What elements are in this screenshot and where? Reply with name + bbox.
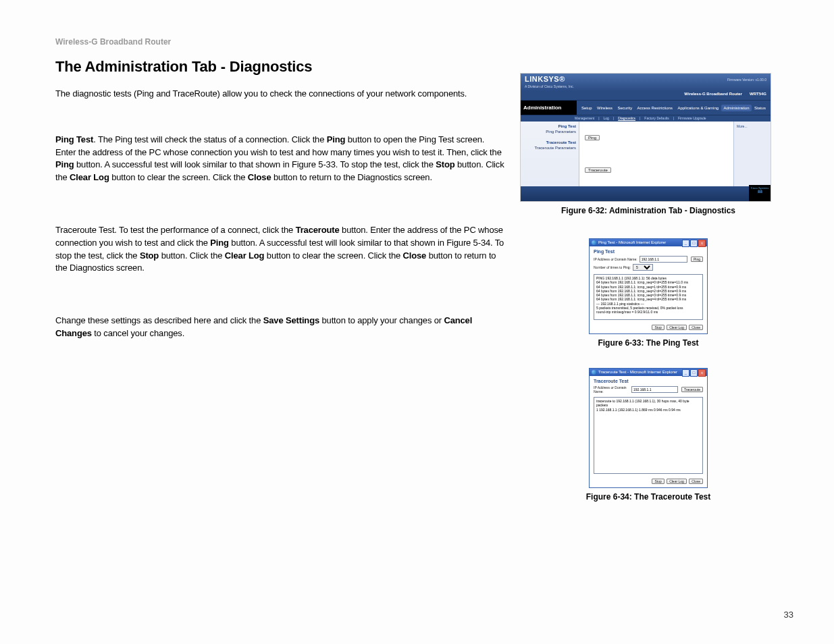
intro-paragraph: The diagnostic tests (Ping and TraceRout… — [55, 88, 504, 101]
ping-window-title: Ping Test - Microsoft Internet Explorer … — [590, 239, 707, 246]
ping-run-button[interactable]: Ping — [691, 257, 703, 262]
sidebar-traceroute-test: Traceroute Test — [523, 140, 576, 144]
router-product-title: Wireless-G Broadband Router — [684, 92, 742, 96]
sidebar-traceroute-parameters: Traceroute Parameters — [523, 146, 576, 150]
trace-heading: Traceroute Test — [590, 376, 707, 385]
fig-admin-diagnostics: LINKSYS® A Division of Cisco Systems, In… — [520, 73, 771, 202]
ie-icon — [592, 370, 596, 375]
help-more-link[interactable]: More... — [737, 124, 748, 128]
fig1-caption: Figure 6-32: Administration Tab - Diagno… — [520, 206, 777, 215]
trace-clearlog-button[interactable]: Clear Log — [667, 479, 687, 484]
close-icon[interactable]: x — [698, 369, 706, 377]
sidebar-ping-parameters: Ping Parameters — [523, 130, 576, 134]
tab-wireless[interactable]: Wireless — [595, 105, 615, 111]
ping-output: PING 192.168.1.1 (192.168.1.1): 56 data … — [594, 274, 703, 320]
main-column: The Administration Tab - Diagnostics The… — [55, 58, 504, 367]
router-ping-button[interactable]: Ping — [585, 135, 600, 140]
fig2-caption: Figure 6-33: The Ping Test — [520, 338, 777, 348]
save-paragraph: Change these settings as described here … — [55, 302, 504, 340]
trace-ip-label: IP Address or Domain Name: — [594, 385, 629, 394]
fig3-caption: Figure 6-34: The Traceroute Test — [520, 492, 777, 502]
firmware-version: Firmware Version: v1.00.0 — [727, 78, 766, 82]
router-sidebar: Ping Test Ping Parameters Traceroute Tes… — [521, 122, 579, 186]
router-main-panel: Ping Traceroute — [579, 122, 733, 186]
router-subnav: Management | Log | Diagnostics | Factory… — [521, 115, 771, 122]
minimize-icon[interactable]: _ — [682, 369, 689, 377]
tab-security[interactable]: Security — [616, 105, 635, 111]
router-brand-bar: LINKSYS® A Division of Cisco Systems, In… — [521, 74, 771, 91]
ping-count-label: Number of times to Ping: — [594, 265, 631, 269]
ping-label: Ping Test — [55, 134, 93, 144]
tab-setup[interactable]: Setup — [579, 105, 594, 111]
subnav-firmware-upgrade[interactable]: Firmware Upgrade — [678, 116, 706, 120]
running-header: Wireless-G Broadband Router — [55, 37, 171, 47]
ping-ip-input[interactable] — [640, 256, 687, 263]
figures-column: LINKSYS® A Division of Cisco Systems, In… — [520, 73, 777, 502]
page-number: 33 — [784, 610, 793, 620]
maximize-icon[interactable]: □ — [690, 369, 698, 377]
tab-status[interactable]: Status — [752, 105, 768, 111]
close-icon[interactable]: x — [698, 240, 706, 247]
router-traceroute-button[interactable]: Traceroute — [585, 167, 611, 173]
trace-window-title: Traceroute Test - Microsoft Internet Exp… — [590, 369, 707, 376]
ping-close-button[interactable]: Close — [689, 325, 703, 330]
trace-output: traceroute to 192.168.1.1 (192.168.1.1),… — [594, 397, 703, 474]
ping-paragraph: Ping Test. The Ping test will check the … — [55, 121, 504, 184]
router-nav-row: Administration Setup Wireless Security A… — [521, 101, 771, 115]
linksys-logo: LINKSYS® — [525, 75, 565, 83]
page-title: The Administration Tab - Diagnostics — [55, 58, 504, 76]
router-footer: Cisco Systems ılıılı — [521, 186, 771, 201]
trace-stop-button[interactable]: Stop — [652, 479, 664, 484]
fig-traceroute-popup: Traceroute Test - Microsoft Internet Exp… — [589, 368, 708, 488]
router-section-label: Administration — [521, 101, 577, 115]
subnav-log[interactable]: Log — [604, 116, 609, 120]
minimize-icon[interactable]: _ — [682, 240, 689, 247]
ie-icon — [592, 240, 596, 245]
ping-heading: Ping Test — [590, 246, 707, 255]
trace-run-button[interactable]: Traceroute — [681, 387, 703, 392]
trace-close-button[interactable]: Close — [689, 479, 703, 484]
subnav-diagnostics[interactable]: Diagnostics — [618, 116, 635, 120]
subnav-management[interactable]: Management — [575, 116, 594, 120]
tab-access-restrictions[interactable]: Access Restrictions — [635, 105, 675, 111]
router-model: WRT54G — [750, 92, 766, 96]
ping-clearlog-button[interactable]: Clear Log — [667, 325, 687, 330]
router-title-bar: Wireless-G Broadband Router WRT54G — [521, 91, 771, 101]
cisco-logo: Cisco Systems ılıılı — [749, 185, 771, 201]
linksys-subtitle: A Division of Cisco Systems, Inc. — [525, 84, 574, 88]
ping-count-select[interactable]: 5 — [633, 264, 653, 271]
subnav-factory-defaults[interactable]: Factory Defaults — [644, 116, 669, 120]
router-tabs: Setup Wireless Security Access Restricti… — [577, 101, 771, 115]
ping-ip-label: IP Address or Domain Name: — [594, 257, 637, 261]
router-help-panel: More... — [733, 122, 771, 186]
traceroute-paragraph: Traceroute Test. To test the performance… — [55, 211, 504, 275]
tab-applications-gaming[interactable]: Applications & Gaming — [675, 105, 721, 111]
trace-ip-input[interactable] — [631, 386, 678, 393]
ping-stop-button[interactable]: Stop — [652, 325, 664, 330]
fig-ping-popup: Ping Test - Microsoft Internet Explorer … — [589, 238, 708, 334]
sidebar-ping-test: Ping Test — [523, 124, 576, 128]
tab-administration[interactable]: Administration — [721, 105, 751, 111]
maximize-icon[interactable]: □ — [690, 240, 698, 247]
